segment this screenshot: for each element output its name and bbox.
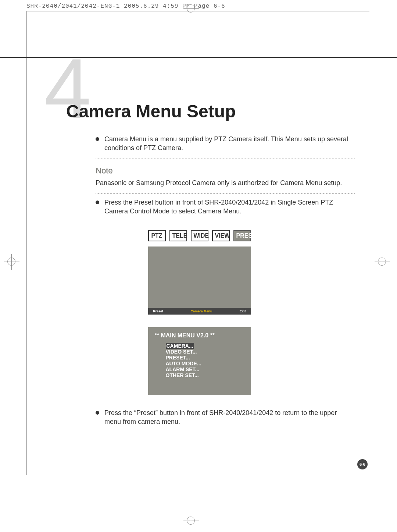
tele-button[interactable]: TELE bbox=[169, 230, 187, 241]
page-content: 4 Camera Menu Setup Camera Menu is a men… bbox=[44, 59, 355, 432]
hardware-button-row: PTZ TELE WIDE VIEW PRESET bbox=[148, 230, 251, 241]
osd-item-alarm-set: ALARM SET... bbox=[166, 366, 244, 372]
bullet-icon bbox=[96, 411, 99, 415]
ptz-screen-preview: Preset Camera Menu Exit bbox=[148, 247, 251, 315]
wide-button[interactable]: WIDE bbox=[191, 230, 208, 241]
crop-mark-right-icon bbox=[378, 258, 386, 266]
crop-mark-bottom-icon bbox=[187, 517, 195, 525]
footer-item-preset: Preset bbox=[153, 309, 164, 313]
ptz-button[interactable]: PTZ bbox=[148, 230, 166, 241]
bullet-text: Press the Preset button in front of SHR-… bbox=[104, 198, 351, 216]
chapter-title: Camera Menu Setup bbox=[66, 101, 355, 121]
crop-mark-left-icon bbox=[7, 258, 15, 266]
bullet-text: Press the “Preset” button in front of SH… bbox=[104, 408, 351, 426]
screen-footer-bar: Preset Camera Menu Exit bbox=[148, 308, 251, 315]
footer-item-exit: Exit bbox=[240, 309, 246, 313]
bullet-item: Press the Preset button in front of SHR-… bbox=[96, 198, 351, 216]
osd-menu-title: ** MAIN MENU V2.0 ** bbox=[155, 332, 244, 339]
osd-item-other-set: OTHER SET... bbox=[166, 372, 244, 378]
bullet-item: Camera Menu is a menu supplied by PTZ Ca… bbox=[96, 135, 351, 153]
osd-item-preset: PRESET... bbox=[166, 355, 244, 361]
page-frame-left bbox=[26, 11, 27, 475]
preset-button[interactable]: PRESET bbox=[233, 230, 251, 241]
footer-item-camera-menu: Camera Menu bbox=[190, 309, 212, 313]
bullet-icon bbox=[96, 137, 99, 141]
crop-mark-top-icon bbox=[187, 4, 195, 13]
page-frame-top bbox=[26, 11, 369, 11]
note-heading: Note bbox=[96, 166, 355, 175]
osd-item-video-set: VIDEO SET... bbox=[166, 349, 244, 355]
dotted-divider bbox=[96, 193, 355, 194]
note-body: Panasonic or Samsung Protocol Camera onl… bbox=[96, 179, 355, 187]
page-number-badge: 6-6 bbox=[357, 459, 368, 469]
bullet-icon bbox=[96, 201, 99, 204]
camera-osd-menu: ** MAIN MENU V2.0 ** CAMERA... VIDEO SET… bbox=[148, 327, 251, 395]
osd-item-camera: CAMERA... bbox=[166, 343, 194, 349]
view-button[interactable]: VIEW bbox=[212, 230, 230, 241]
dotted-divider bbox=[96, 159, 355, 159]
bullet-text: Camera Menu is a menu supplied by PTZ Ca… bbox=[104, 135, 351, 153]
bullet-item: Press the “Preset” button in front of SH… bbox=[96, 408, 351, 426]
osd-item-auto-mode: AUTO MODE... bbox=[166, 361, 244, 366]
